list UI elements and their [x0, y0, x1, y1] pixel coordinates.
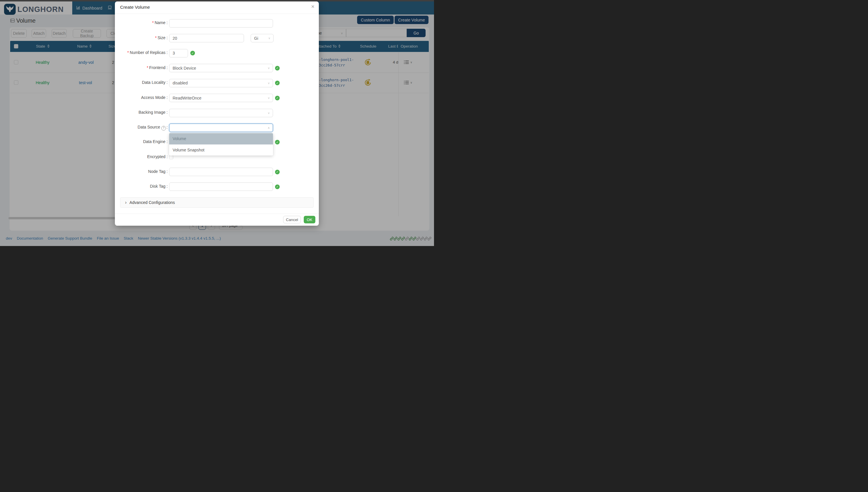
- replicas-label: *Number of Replicas :: [115, 50, 168, 55]
- data-source-label: Data Source?:: [115, 125, 168, 130]
- valid-check-icon: ✓: [275, 81, 280, 85]
- modal-header-divider: [115, 14, 319, 14]
- disk-tag-input[interactable]: [169, 182, 273, 191]
- help-icon[interactable]: ?: [161, 126, 166, 130]
- ok-button[interactable]: OK: [304, 216, 315, 223]
- size-input[interactable]: 20: [169, 34, 244, 42]
- data-engine-label: Data Engine :: [115, 139, 168, 144]
- chevron-down-icon: ∨: [268, 82, 270, 85]
- replicas-input[interactable]: 3: [169, 49, 188, 57]
- frontend-label: *Frontend :: [115, 65, 168, 70]
- chevron-up-icon: ∧: [268, 126, 270, 129]
- longhorn-app: LONGHORN Dashboard Volume Custom Column …: [0, 0, 434, 246]
- chevron-down-icon: ∨: [268, 67, 270, 70]
- browser-chrome-strip: [0, 0, 434, 1]
- valid-check-icon: ✓: [275, 140, 280, 145]
- chevron-down-icon: ∨: [268, 97, 270, 99]
- name-input[interactable]: [169, 19, 273, 28]
- encrypted-checkbox[interactable]: [169, 155, 173, 159]
- name-label: *Name :: [115, 20, 168, 25]
- size-unit-select[interactable]: Gi∨: [251, 34, 274, 42]
- data-source-select[interactable]: ∧: [169, 124, 273, 132]
- close-icon[interactable]: ✕: [311, 4, 315, 9]
- chevron-right-icon: ›: [125, 200, 126, 205]
- valid-check-icon: ✓: [190, 51, 195, 55]
- encrypted-label: Encrypted :: [115, 154, 168, 159]
- dropdown-option-volume[interactable]: Volume: [169, 133, 273, 145]
- modal-footer-divider: [115, 214, 319, 214]
- modal-title: Create Volume: [120, 5, 150, 10]
- node-tag-input[interactable]: [169, 168, 273, 176]
- node-tag-label: Node Tag :: [115, 169, 168, 174]
- advanced-configurations-label: Advanced Configurations: [129, 200, 175, 205]
- access-mode-label: Access Mode :: [115, 95, 168, 100]
- data-locality-select[interactable]: disabled∨: [169, 79, 273, 87]
- dropdown-option-volume-snapshot[interactable]: Volume Snapshot: [169, 145, 273, 156]
- chevron-down-icon: ∨: [268, 112, 270, 115]
- valid-check-icon: ✓: [275, 184, 280, 189]
- backing-image-select[interactable]: ∨: [169, 109, 273, 117]
- access-mode-select[interactable]: ReadWriteOnce∨: [169, 94, 273, 102]
- backing-image-label: Backing Image :: [115, 110, 168, 115]
- disk-tag-label: Disk Tag :: [115, 184, 168, 189]
- data-source-dropdown: Volume Volume Snapshot: [169, 133, 273, 155]
- cancel-button[interactable]: Cancel: [283, 216, 301, 223]
- advanced-configurations-toggle[interactable]: › Advanced Configurations: [120, 197, 314, 208]
- valid-check-icon: ✓: [275, 96, 280, 100]
- size-label: *Size :: [115, 35, 168, 40]
- valid-check-icon: ✓: [275, 170, 280, 174]
- valid-check-icon: ✓: [275, 66, 280, 71]
- chevron-down-icon: ∨: [268, 37, 270, 40]
- data-locality-label: Data Locality :: [115, 80, 168, 85]
- frontend-select[interactable]: Block Device∨: [169, 64, 273, 72]
